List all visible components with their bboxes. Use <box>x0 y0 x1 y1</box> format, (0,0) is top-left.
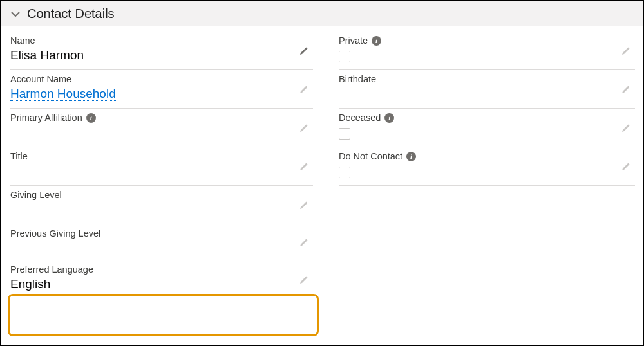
field-value-title <box>10 163 313 178</box>
field-label-dnc: Do Not Contact i <box>339 151 635 163</box>
field-birthdate: Birthdate <box>339 70 635 109</box>
info-icon[interactable]: i <box>372 36 381 46</box>
pencil-icon[interactable] <box>299 123 309 136</box>
pencil-icon[interactable] <box>621 84 631 97</box>
section-title: Contact Details <box>27 6 115 21</box>
field-value-birthdate <box>339 86 635 101</box>
field-previous-giving-level: Previous Giving Level <box>10 224 313 260</box>
field-value-primary-affiliation <box>10 124 313 140</box>
field-value-prev-giving <box>10 240 313 255</box>
pencil-icon[interactable] <box>299 84 309 97</box>
info-icon[interactable]: i <box>406 152 416 161</box>
field-label-birthdate: Birthdate <box>339 74 635 86</box>
field-primary-affiliation: Primary Affiliation i <box>10 109 313 147</box>
field-do-not-contact: Do Not Contact i <box>339 147 635 186</box>
field-value-giving <box>10 201 313 217</box>
contact-details-right-column: Private i Birthdate Deceased i <box>339 32 635 299</box>
account-name-link[interactable]: Harmon Household <box>10 86 313 101</box>
pencil-icon[interactable] <box>621 46 631 59</box>
pencil-icon[interactable] <box>621 161 631 174</box>
field-label-private: Private i <box>339 35 635 47</box>
field-account-name: Account Name Harmon Household <box>10 70 313 109</box>
field-private: Private i <box>339 32 635 70</box>
contact-details-header[interactable]: Contact Details <box>1 1 643 26</box>
field-value-name: Elisa Harmon <box>10 47 313 62</box>
pencil-icon[interactable] <box>299 237 309 250</box>
info-icon[interactable]: i <box>86 113 96 123</box>
field-label-language: Preferred Language <box>10 264 313 276</box>
info-icon[interactable]: i <box>384 113 394 123</box>
private-checkbox[interactable] <box>339 51 350 62</box>
pencil-icon[interactable] <box>621 123 631 136</box>
pencil-icon[interactable] <box>299 161 309 174</box>
field-giving-level: Giving Level <box>10 186 313 224</box>
do-not-contact-checkbox[interactable] <box>339 167 350 178</box>
field-label-name: Name <box>10 35 313 47</box>
pencil-icon[interactable] <box>299 275 309 287</box>
field-preferred-language: Preferred Language English <box>10 260 313 299</box>
field-deceased: Deceased i <box>339 109 635 147</box>
field-value-language: English <box>10 276 313 291</box>
pencil-icon[interactable] <box>299 46 309 59</box>
field-label-prev-giving: Previous Giving Level <box>10 228 313 240</box>
deceased-checkbox[interactable] <box>339 128 350 140</box>
field-label-primary-affiliation: Primary Affiliation i <box>10 113 313 124</box>
field-label-account: Account Name <box>10 74 313 86</box>
field-title: Title <box>10 147 313 186</box>
highlight-preferred-language <box>8 294 319 336</box>
field-label-deceased: Deceased i <box>339 113 635 124</box>
pencil-icon[interactable] <box>299 200 309 213</box>
field-label-giving: Giving Level <box>10 190 313 201</box>
chevron-down-icon <box>10 9 21 19</box>
contact-details-left-column: Name Elisa Harmon Account Name Harmon Ho… <box>10 32 313 299</box>
field-name: Name Elisa Harmon <box>10 32 313 70</box>
field-label-title: Title <box>10 151 313 163</box>
